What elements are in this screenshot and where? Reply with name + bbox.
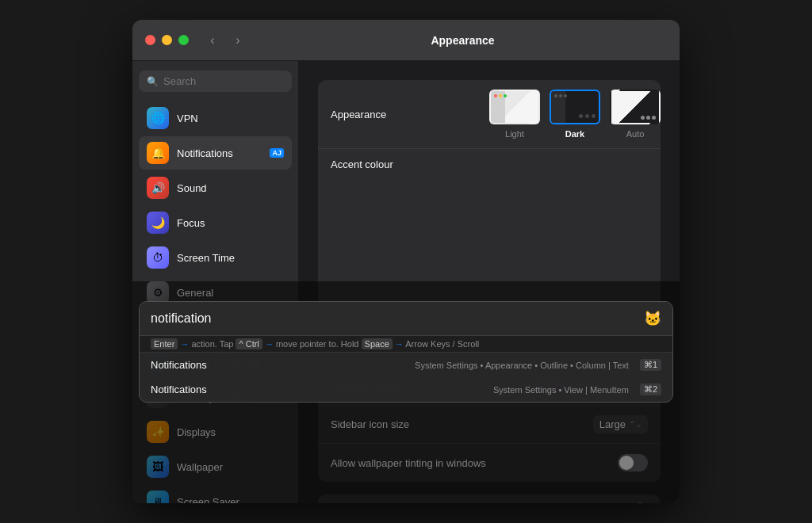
jump-page-option[interactable]: Jump to the next page ?	[318, 494, 661, 503]
appearance-options: Light	[489, 90, 661, 139]
dot-2	[559, 94, 562, 97]
a-dot	[652, 116, 656, 120]
spotlight-query: notification	[151, 311, 644, 326]
spotlight-cat-icon: 🐱	[644, 310, 661, 327]
sidebar-item-label: VPN	[177, 113, 284, 124]
dark-thumb-dots	[554, 94, 567, 97]
wallpaper-icon: 🖼	[147, 456, 169, 478]
appearance-option-auto[interactable]: Auto	[610, 90, 661, 139]
appearance-option-dark[interactable]: Dark	[550, 90, 600, 139]
result-shortcut-0: ⌘1	[640, 359, 661, 371]
minimize-button[interactable]	[162, 35, 172, 45]
dot-1	[554, 94, 557, 97]
light-thumb-dots	[494, 94, 507, 97]
light-thumb[interactable]	[489, 90, 540, 124]
notifications-icon: 🔔	[147, 142, 169, 164]
general-icon: ⚙	[147, 281, 169, 303]
sidebar-item-sound[interactable]: 🔊 Sound	[139, 171, 292, 204]
ctrl-key: ^ Ctrl	[236, 338, 262, 349]
sidebar-icon-size-select[interactable]: Large ⌃⌄	[593, 415, 648, 433]
search-bar[interactable]: 🔍	[139, 71, 292, 92]
enter-key: Enter	[151, 338, 178, 349]
sidebar-item-screensaver[interactable]: 🖥 Screen Saver	[139, 485, 292, 503]
wallpaper-tinting-row: Allow wallpaper tinting in windows	[318, 444, 661, 482]
forward-button[interactable]: ›	[227, 29, 249, 52]
sidebar-item-label: Sound	[177, 182, 284, 194]
auto-thumb-inner	[611, 91, 659, 123]
chevron-updown-icon: ⌃⌄	[629, 420, 642, 429]
auto-dots	[641, 116, 656, 120]
spotlight-result-1[interactable]: Notifications System Settings • View | M…	[140, 377, 672, 402]
sidebar-item-label: General	[177, 287, 284, 299]
a-dot	[646, 116, 650, 120]
dark-thumb-circles	[579, 114, 596, 118]
auto-label: Auto	[626, 129, 645, 139]
wallpaper-tinting-label: Allow wallpaper tinting in windows	[331, 457, 489, 469]
result-path-1: System Settings • View | MenuItem	[493, 385, 629, 395]
main-panel: Appearance	[299, 61, 680, 503]
window-title: Appearance	[259, 34, 667, 47]
search-icon: 🔍	[147, 76, 159, 87]
space-key: Space	[362, 338, 393, 349]
sidebar: 🔍 🌐 VPN 🔔 Notifications AJ 🔊 Sound	[132, 61, 299, 503]
appearance-options-control: Light	[489, 90, 661, 139]
sidebar-item-wallpaper[interactable]: 🖼 Wallpaper	[139, 450, 292, 483]
sidebar-item-label: Displays	[177, 426, 284, 438]
dark-thumb-inner	[551, 91, 599, 123]
back-button[interactable]: ‹	[201, 29, 224, 52]
sidebar-item-label: Screen Saver	[177, 496, 284, 504]
appearance-option-light[interactable]: Light	[489, 90, 540, 139]
traffic-lights	[145, 35, 189, 45]
sidebar-item-notifications[interactable]: 🔔 Notifications AJ	[139, 136, 292, 170]
result-shortcut-1: ⌘2	[640, 384, 661, 395]
sidebar-icon-size-control: Large ⌃⌄	[489, 415, 648, 433]
spotlight-box[interactable]: notification 🐱 Enter → action. Tap ^ Ctr…	[139, 301, 673, 403]
sidebar-item-label: Screen Time	[177, 252, 284, 264]
title-bar: ‹ › Appearance	[132, 20, 680, 61]
dark-circle	[579, 114, 583, 118]
accent-colour-label: Accent colour	[331, 158, 393, 317]
sidebar-item-focus[interactable]: 🌙 Focus	[139, 206, 292, 239]
scroll-behaviour-group: Jump to the next page ? Jump to the spot…	[318, 494, 661, 503]
sidebar-item-label: Notifications	[177, 147, 260, 159]
close-button[interactable]	[145, 35, 155, 45]
dot-red	[494, 94, 497, 97]
sidebar-icon-size-row: Sidebar icon size Large ⌃⌄	[318, 406, 661, 444]
light-label: Light	[505, 129, 524, 139]
dark-circle	[592, 114, 596, 118]
result-name-0: Notifications	[151, 359, 408, 371]
dark-thumb[interactable]	[550, 90, 600, 124]
toggle-thumb	[619, 456, 634, 470]
displays-icon: ✨	[147, 421, 169, 443]
help-button[interactable]: ?	[632, 502, 648, 503]
main-content: 🔍 🌐 VPN 🔔 Notifications AJ 🔊 Sound	[132, 61, 680, 503]
sidebar-item-label: Wallpaper	[177, 461, 284, 473]
dot-yellow	[499, 94, 502, 97]
a-dot	[641, 116, 645, 120]
focus-icon: 🌙	[147, 212, 169, 234]
search-input[interactable]	[163, 75, 284, 87]
appearance-row-label: Appearance	[331, 109, 489, 120]
dot-3	[564, 94, 567, 97]
vpn-icon: 🌐	[147, 107, 169, 129]
screensaver-icon: 🖥	[147, 491, 169, 503]
wallpaper-tinting-toggle[interactable]	[618, 454, 648, 471]
sidebar-item-screen-time[interactable]: ⏱ Screen Time	[139, 241, 292, 274]
sidebar-item-displays[interactable]: ✨ Displays	[139, 415, 292, 449]
dark-circle	[585, 114, 589, 118]
sidebar-item-vpn[interactable]: 🌐 VPN	[139, 101, 292, 135]
result-name-1: Notifications	[151, 384, 487, 395]
sidebar-item-label: Focus	[177, 217, 284, 229]
spotlight-result-0[interactable]: Notifications System Settings • Appearan…	[140, 353, 672, 377]
system-preferences-window: ‹ › Appearance 🔍 🌐 VPN 🔔 Notifications A…	[132, 20, 680, 503]
avatar-badge: AJ	[270, 148, 284, 158]
dot-green	[504, 94, 507, 97]
light-thumb-inner	[491, 91, 538, 123]
spotlight-hint: Enter → action. Tap ^ Ctrl → move pointe…	[140, 336, 672, 353]
spotlight-input-row: notification 🐱	[140, 302, 672, 336]
sidebar-icon-size-value: Large	[599, 418, 626, 430]
wallpaper-tinting-control	[489, 454, 648, 471]
maximize-button[interactable]	[178, 35, 189, 45]
auto-thumb[interactable]	[610, 90, 661, 124]
dark-label: Dark	[565, 129, 584, 139]
